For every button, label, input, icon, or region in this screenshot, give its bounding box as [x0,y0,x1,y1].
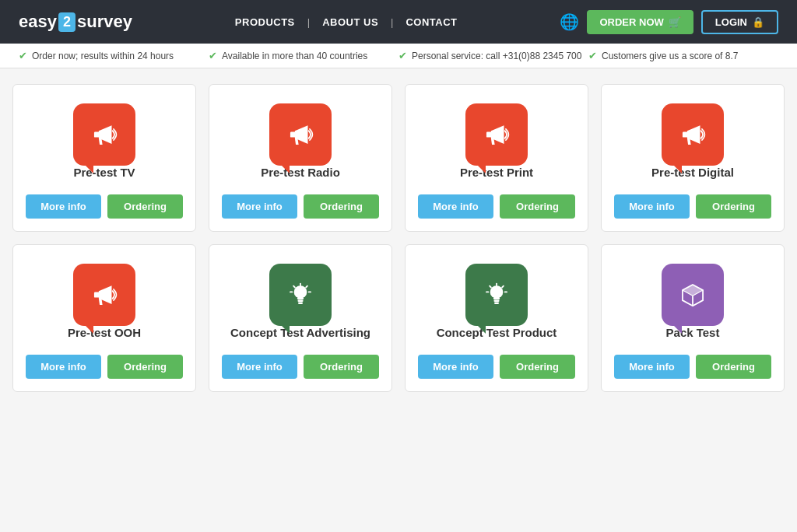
info-item-2: ✔ Available in more than 40 countries [209,50,398,61]
cart-icon: 🛒 [669,16,681,28]
info-item-1: ✔ Order now; results within 24 hours [19,50,209,61]
card-1: Pre-test Radio More info Ordering [209,84,392,232]
order-now-button[interactable]: ORDER NOW 🛒 [587,10,693,34]
ordering-button-6[interactable]: Ordering [500,355,575,379]
more-info-button-2[interactable]: More info [418,194,493,219]
card-title-2: Pre-test Print [460,166,533,179]
card-icon-bubble-3 [662,103,724,166]
svg-line-11 [306,286,307,288]
svg-rect-7 [297,300,303,302]
logo: easy 2 survey [19,12,132,32]
card-title-1: Pre-test Radio [261,166,340,179]
info-text-1: Order now; results within 24 hours [32,51,174,61]
card-6: Concept Test Product More info Ordering [405,244,588,392]
svg-rect-4 [94,292,100,297]
ordering-button-3[interactable]: Ordering [696,194,771,219]
logo-badge: 2 [58,12,75,32]
ordering-button-4[interactable]: Ordering [107,355,183,379]
globe-icon[interactable]: 🌐 [560,12,579,31]
header: easy 2 survey PRODUCTS | ABOUT US | CONT… [0,0,797,44]
card-icon-bubble-6 [465,264,528,326]
more-info-button-4[interactable]: More info [26,355,101,379]
check-icon-4: ✔ [588,50,597,61]
info-item-3: ✔ Personal service: call +31(0)88 2345 7… [398,50,588,61]
svg-rect-2 [486,131,492,137]
card-title-6: Concept Test Product [437,326,557,339]
card-buttons-3: More info Ordering [614,194,771,219]
info-text-3: Personal service: call +31(0)88 2345 700 [412,51,581,61]
check-icon-2: ✔ [209,50,217,61]
svg-marker-24 [683,285,703,296]
card-7: Pack Test More info Ordering [601,244,785,392]
login-label: LOGIN [715,16,747,28]
card-2: Pre-test Print More info Ordering [405,84,588,232]
info-bar: ✔ Order now; results within 24 hours ✔ A… [0,44,797,68]
card-buttons-5: More info Ordering [222,355,379,379]
svg-rect-8 [298,303,303,304]
ordering-button-7[interactable]: Ordering [696,355,771,379]
nav-about[interactable]: ABOUT US [316,16,384,28]
card-buttons-2: More info Ordering [418,194,575,219]
card-icon-bubble-0 [73,103,135,166]
card-icon-bubble-2 [465,103,528,166]
card-4: Pre-test OOH More info Ordering [12,244,196,392]
nav-contact[interactable]: CONTACT [399,16,463,28]
header-right: 🌐 ORDER NOW 🛒 LOGIN 🔒 [560,10,778,34]
card-icon-bubble-1 [269,103,332,166]
card-buttons-7: More info Ordering [614,355,771,379]
svg-point-5 [294,285,307,299]
check-icon-3: ✔ [398,50,407,61]
svg-point-14 [490,285,504,299]
more-info-button-0[interactable]: More info [26,194,101,219]
card-buttons-6: More info Ordering [418,355,575,379]
info-text-2: Available in more than 40 countries [222,51,367,61]
ordering-button-1[interactable]: Ordering [304,194,379,219]
more-info-button-7[interactable]: More info [614,355,690,379]
main-nav: PRODUCTS | ABOUT US | CONTACT [229,16,464,28]
svg-line-19 [490,286,491,288]
cards-grid: Pre-test TV More info Ordering Pre-test … [0,68,797,408]
card-title-0: Pre-test TV [73,166,135,179]
card-buttons-0: More info Ordering [26,194,183,219]
svg-rect-15 [493,298,500,299]
card-title-5: Concept Test Advertising [230,326,370,339]
card-title-4: Pre-test OOH [68,326,141,339]
svg-rect-3 [683,131,688,137]
svg-line-20 [502,286,504,288]
more-info-button-1[interactable]: More info [222,194,297,219]
svg-rect-16 [493,300,499,302]
nav-sep-1: | [307,16,310,28]
info-text-4: Customers give us a score of 8.7 [602,51,738,61]
card-3: Pre-test Digital More info Ordering [601,84,785,232]
login-button[interactable]: LOGIN 🔒 [701,10,778,34]
more-info-button-3[interactable]: More info [614,194,690,219]
nav-products[interactable]: PRODUCTS [229,16,301,28]
more-info-button-5[interactable]: More info [222,355,297,379]
card-5: Concept Test Advertising More info Order… [209,244,392,392]
card-0: Pre-test TV More info Ordering [12,84,196,232]
card-icon-bubble-7 [662,264,724,326]
logo-easy: easy [19,12,57,32]
logo-survey: survey [77,12,132,32]
card-title-3: Pre-test Digital [651,166,734,179]
card-icon-bubble-4 [73,264,135,326]
lock-icon: 🔒 [752,16,764,28]
svg-line-10 [293,286,295,288]
more-info-button-6[interactable]: More info [418,355,493,379]
check-icon-1: ✔ [19,50,27,61]
card-buttons-1: More info Ordering [222,194,379,219]
nav-sep-2: | [391,16,393,28]
order-now-label: ORDER NOW [599,16,663,28]
ordering-button-2[interactable]: Ordering [500,194,575,219]
svg-rect-1 [290,131,296,137]
svg-rect-6 [297,298,304,299]
ordering-button-0[interactable]: Ordering [107,194,183,219]
ordering-button-5[interactable]: Ordering [304,355,379,379]
card-buttons-4: More info Ordering [26,355,183,379]
svg-rect-0 [94,131,100,137]
svg-rect-17 [494,303,499,304]
card-icon-bubble-5 [269,264,332,326]
info-item-4: ✔ Customers give us a score of 8.7 [588,50,778,61]
